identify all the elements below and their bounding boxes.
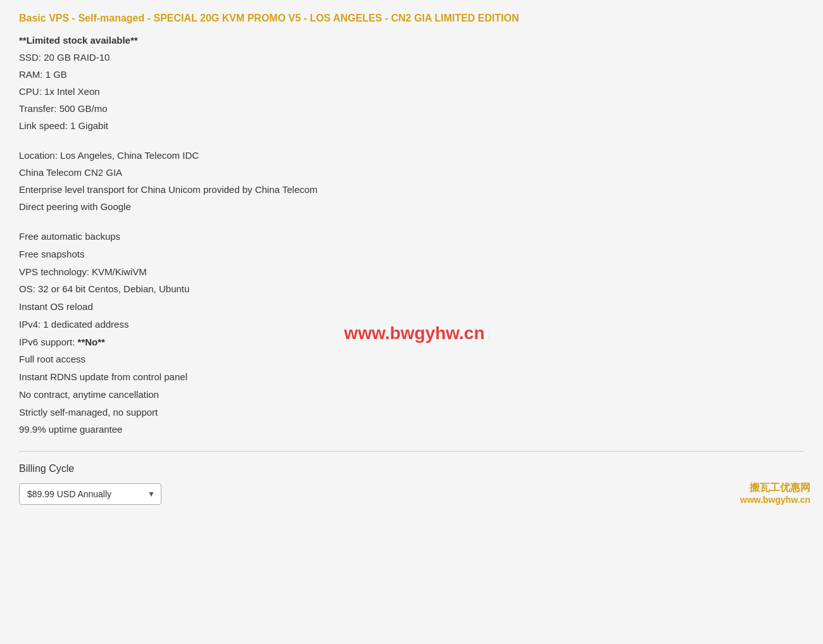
feature-backups: Free automatic backups xyxy=(19,228,804,245)
location-section: Location: Los Angeles, China Telecom IDC… xyxy=(19,147,804,215)
feature-rdns: Instant RDNS update from control panel xyxy=(19,368,804,386)
location-line-3: Enterprise level transport for China Uni… xyxy=(19,181,804,198)
spec-link-speed: Link speed: 1 Gigabit xyxy=(19,117,804,134)
spec-ssd: SSD: 20 GB RAID-10 xyxy=(19,49,804,66)
spec-cpu: CPU: 1x Intel Xeon xyxy=(19,83,804,100)
feature-ipv6: IPv6 support: **No** xyxy=(19,333,804,351)
product-title: Basic VPS - Self-managed - SPECIAL 20G K… xyxy=(19,13,804,24)
feature-uptime: 99.9% uptime guarantee xyxy=(19,421,804,438)
stock-notice: **Limited stock available** xyxy=(19,32,804,49)
specs-section: **Limited stock available** SSD: 20 GB R… xyxy=(19,32,804,134)
billing-cycle-select[interactable]: $89.99 USD Annually $49.99 USD Semi-Annu… xyxy=(19,483,161,505)
billing-section: Billing Cycle $89.99 USD Annually $49.99… xyxy=(19,451,804,505)
location-line-4: Direct peering with Google xyxy=(19,198,804,215)
feature-no-contract: No contract, anytime cancellation xyxy=(19,386,804,404)
feature-root: Full root access xyxy=(19,350,804,368)
features-section: Free automatic backups Free snapshots VP… xyxy=(19,228,804,438)
feature-ipv4: IPv4: 1 dedicated address xyxy=(19,316,804,333)
location-line-1: Location: Los Angeles, China Telecom IDC xyxy=(19,147,804,164)
feature-vps-tech: VPS technology: KVM/KiwiVM xyxy=(19,263,804,281)
location-line-2: China Telecom CN2 GIA xyxy=(19,164,804,181)
billing-select-wrapper: $89.99 USD Annually $49.99 USD Semi-Annu… xyxy=(19,483,161,505)
billing-title: Billing Cycle xyxy=(19,463,804,474)
feature-os: OS: 32 or 64 bit Centos, Debian, Ubuntu xyxy=(19,280,804,298)
feature-self-managed: Strictly self-managed, no support xyxy=(19,404,804,421)
feature-os-reload: Instant OS reload xyxy=(19,298,804,316)
spec-ram: RAM: 1 GB xyxy=(19,66,804,83)
spec-transfer: Transfer: 500 GB/mo xyxy=(19,100,804,117)
feature-snapshots: Free snapshots xyxy=(19,245,804,263)
page-container: Basic VPS - Self-managed - SPECIAL 20G K… xyxy=(0,0,823,517)
